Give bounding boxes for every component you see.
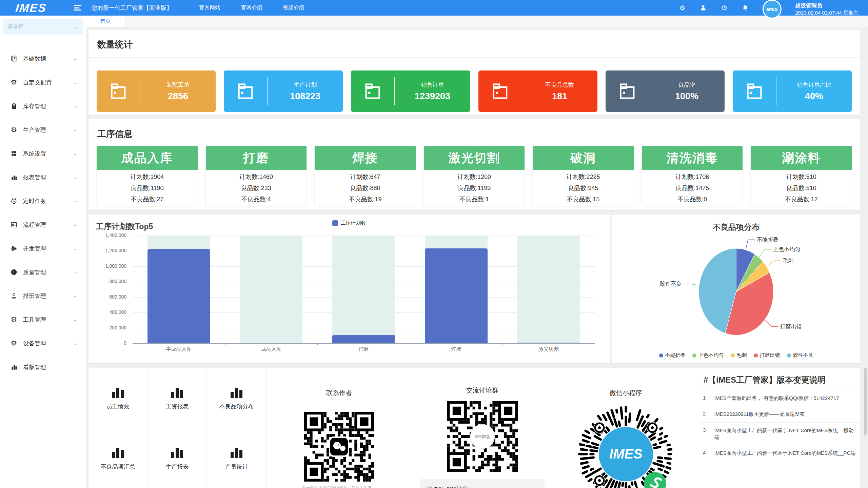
sidebar-item-10[interactable]: 排班管理⌄ (0, 284, 86, 308)
pie-legend-毛刺[interactable]: 毛刺 (731, 352, 747, 359)
plan-count: 计划数:1200 (424, 171, 525, 182)
stat-card-0[interactable]: 装配工单 2856 (97, 70, 216, 112)
sidebar-item-13[interactable]: 看板管理 (0, 355, 86, 379)
bar-半成品入库[interactable] (147, 249, 210, 343)
process-card-2[interactable]: 焊接 计划数:647 良品数:880 不良品数:19 (315, 146, 416, 206)
sidebar-item-12[interactable]: ⚙ 设备管理⌄ (0, 331, 86, 355)
x-tick-label: 半成品入库 (152, 346, 206, 352)
sidebar-item-6[interactable]: 定时任务⌄ (0, 189, 86, 213)
clipboard-icon (10, 102, 18, 110)
nav-link-2[interactable]: 视频介绍 (283, 4, 304, 12)
process-card-5[interactable]: 清洗消毒 计划数:1706 良品数:1475 不良品数:0 (642, 146, 743, 206)
stat-card-5[interactable]: 销售订单占比 40% (733, 70, 852, 112)
stat-label: 销售订单占比 (797, 81, 831, 89)
bar-background-band (240, 236, 302, 343)
bar-焊接[interactable] (425, 248, 488, 343)
cog-icon: ⚙ (10, 316, 18, 323)
bar-chart-title: 工序计划数Top5 (96, 221, 153, 232)
tab-home[interactable]: 首页 (86, 16, 125, 27)
good-count: 良品数:510 (751, 182, 852, 194)
contact-author-section: 联系作者 扫一扫上面的二维码图案，加我为朋友。 (266, 368, 412, 488)
bad-count: 不良品数:0 (642, 194, 743, 205)
report-tile-4[interactable]: 生产报表 (148, 428, 207, 488)
bar-激光切割[interactable] (517, 343, 580, 343)
stat-label: 销售订单 (421, 81, 444, 89)
bad-count: 不良品数:15 (533, 194, 634, 205)
pie-label: 不能折叠 (757, 237, 778, 243)
stat-card-4[interactable]: 良品率 100% (606, 70, 725, 112)
chevron-down-icon: ⌄ (74, 24, 79, 29)
avatar[interactable]: IMES (763, 0, 782, 19)
cog-badge-icon: ⚙ (10, 340, 18, 347)
bad-count: 不良品数:19 (315, 194, 416, 205)
stat-cards-row: 装配工单 2856 生产计划 108223 销售订单 1239203 不良品总数… (97, 70, 852, 112)
nav-link-1[interactable]: 官网介绍 (241, 4, 262, 12)
chevron-down-icon: ⌄ (73, 104, 78, 108)
report-tile-0[interactable]: 员工绩效 (88, 368, 148, 428)
process-card-3[interactable]: 激光切割 计划数:1200 良品数:1199 不良品数:1 (424, 146, 525, 206)
report-tile-1[interactable]: 工资报表 (148, 368, 207, 428)
changelog-row-2: 3iMES面向小型工厂的新一代基于.NET Core的MES系统__移动端 (699, 423, 860, 446)
bell-icon[interactable] (742, 4, 749, 12)
report-tile-5[interactable]: 产量统计 (207, 428, 266, 488)
sidebar-item-1[interactable]: ⚙ 自定义配置⌄ (0, 70, 86, 94)
chevron-down-icon: ⌄ (73, 246, 78, 251)
stat-value: 2856 (168, 91, 188, 102)
sidebar-menu: 基础数据⌄⚙ 自定义配置⌄ 库存管理⌄⚙ 生产管理⌄ 系统设置⌄ 报表管理⌄ 定… (0, 47, 86, 379)
folder-icon (478, 81, 522, 101)
stat-card-1[interactable]: 生产计划 108223 (224, 70, 343, 112)
chevron-down-icon: ⌄ (73, 127, 78, 132)
process-card-6[interactable]: 涮涂料 计划数:510 良品数:510 不良品数:12 (751, 146, 852, 206)
bad-count: 不良品数:12 (751, 194, 852, 205)
y-tick-label: 1,200,000 (88, 248, 126, 253)
process-card-1[interactable]: 打磨 计划数:1460 良品数:233 不良品数:4 (206, 146, 307, 206)
process-card-4[interactable]: 破洞 计划数:2225 良品数:945 不良品数:15 (533, 146, 634, 206)
process-card-0[interactable]: 成品入库 计划数:1904 良品数:1190 不良品数:27 (97, 146, 198, 206)
good-count: 良品数:1190 (97, 182, 198, 194)
pie-legend-打磨出错[interactable]: 打磨出错 (754, 352, 780, 359)
pie-label: 上色不均匀 (773, 246, 801, 252)
stat-card-2[interactable]: 销售订单 1239203 (351, 70, 470, 112)
pie-chart-panel: 不良品项分布 不能折叠上色不均匀毛刺打磨出错胶件不良 不能折叠上色不均匀毛刺打磨… (612, 215, 860, 363)
stat-card-3[interactable]: 不良品总数 181 (478, 70, 597, 112)
y-tick-label: 400,000 (88, 309, 126, 315)
report-tile-3[interactable]: 不良品项汇总 (88, 428, 148, 488)
sidebar-select[interactable]: 请选择 ⌄ (3, 19, 83, 35)
notebook-icon (10, 55, 18, 62)
menu-toggle-icon[interactable] (74, 5, 81, 11)
gear-icon[interactable]: ⚙ (678, 4, 686, 12)
bar-chart-legend[interactable]: 工序计划数 (332, 220, 366, 226)
group-info: 群名称:625博客 群 号:200884004 (420, 479, 545, 488)
sidebar-item-11[interactable]: ⚙ 工具管理⌄ (0, 308, 86, 331)
sidebar-item-3[interactable]: ⚙ 生产管理⌄ (0, 118, 86, 142)
bar-打磨[interactable] (332, 335, 395, 343)
nav-link-0[interactable]: 官方网站 (199, 4, 220, 12)
pie-legend-上色不均匀[interactable]: 上色不均匀 (692, 352, 724, 359)
sidebar-item-8[interactable]: 开发管理⌄ (0, 237, 86, 260)
pie-legend-不能折叠[interactable]: 不能折叠 (659, 352, 686, 359)
bar-chart-icon (231, 445, 242, 458)
page-scrollbar[interactable] (864, 368, 867, 435)
sidebar-item-2[interactable]: 库存管理⌄ (0, 94, 86, 118)
bar-成品入库[interactable] (240, 343, 302, 343)
bar-chart-icon (231, 385, 242, 398)
discussion-group-section: 交流讨论群 625博客 群名称:625博客 群 号:200884004 (412, 368, 553, 488)
report-tile-2[interactable]: 不良品项分布 (207, 368, 266, 428)
sidebar-item-5[interactable]: 报表管理⌄ (0, 165, 86, 189)
sidebar-item-9[interactable]: 质量管理⌄ (0, 260, 86, 284)
cog-badge-icon: ⚙ (10, 79, 18, 86)
sidebar-item-0[interactable]: 基础数据⌄ (0, 47, 86, 70)
sidebar-item-7[interactable]: 流程管理⌄ (0, 213, 86, 237)
sidebar-item-4[interactable]: 系统设置⌄ (0, 142, 86, 165)
grid-icon (10, 150, 18, 157)
card-icon (10, 221, 18, 228)
y-tick-label: 1,400,000 (88, 232, 126, 238)
y-tick-label: 800,000 (88, 279, 126, 284)
header-nav: 官方网站官网介绍视频介绍 (199, 4, 304, 12)
power-icon[interactable] (721, 4, 728, 12)
chevron-down-icon: ⌄ (73, 175, 78, 180)
user-icon[interactable] (699, 4, 707, 12)
chart-icon (10, 174, 18, 181)
pie-legend-胶件不良[interactable]: 胶件不良 (787, 352, 813, 359)
chevron-down-icon: ⌄ (73, 293, 78, 298)
